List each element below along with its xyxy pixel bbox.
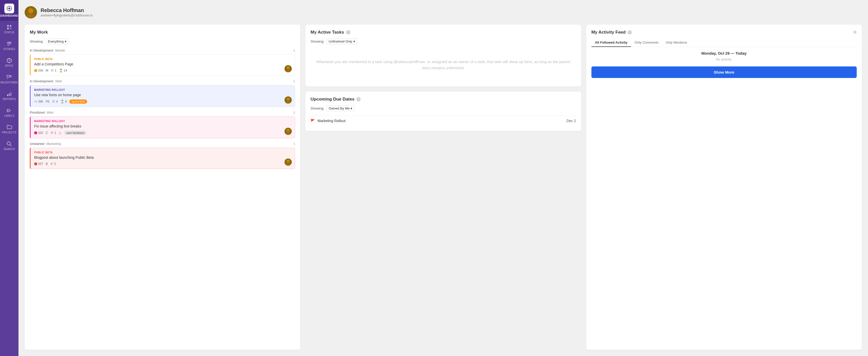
svg-point-18	[8, 110, 8, 111]
sidebar-item-stories[interactable]: Stories	[0, 37, 19, 54]
sidebar-item-milestones[interactable]: Milestones	[0, 71, 19, 87]
upcoming-title-row: Upcoming Due Dates ?	[310, 97, 576, 102]
due-row-1: 🚩 Marketing Rollout Dec 2	[310, 115, 576, 126]
my-work-showing-label: Showing:	[30, 39, 43, 43]
section-header-dev-mobile: In Development Mobile 1	[30, 48, 295, 52]
header-email: andrew+flyingrobots@clubhouse.io	[40, 13, 93, 17]
my-work-filter-dropdown[interactable]: Everything ▾	[45, 38, 68, 44]
tab-all-activity[interactable]: All Followed Activity	[591, 38, 631, 47]
active-tasks-help-icon[interactable]: ?	[346, 30, 350, 34]
task-id-3: 320	[34, 131, 43, 135]
task-stories-2: 4	[52, 100, 58, 103]
task-sprint-2: Sprint 8/20	[69, 100, 87, 104]
upcoming-showing: Showing: Owned By Me ▾	[310, 105, 576, 111]
svg-rect-17	[10, 92, 11, 96]
sidebar-item-search[interactable]: Search	[0, 138, 19, 154]
svg-point-40	[287, 129, 290, 132]
header-name: Rebecca Hoffman	[40, 7, 93, 13]
task-points-2: ⏳ 9	[60, 100, 67, 103]
section-type-3: Web	[46, 111, 54, 114]
active-tasks-title-row: My Active Tasks ?	[310, 30, 576, 35]
section-type-2: Web	[55, 79, 62, 83]
task-card-4[interactable]: PUBLIC BETA Blogpost about launching Pub…	[30, 148, 295, 169]
activity-help-icon[interactable]: ?	[628, 30, 632, 34]
svg-rect-7	[10, 25, 11, 27]
sidebar-item-epics[interactable]: Epics	[0, 54, 19, 71]
stories-icon	[6, 41, 12, 47]
task-id-4: 207	[34, 162, 43, 166]
upcoming-due-card: Upcoming Due Dates ? Showing: Owned By M…	[305, 92, 581, 131]
my-work-card: My Work Showing: Everything ▾ In Develop…	[25, 25, 300, 350]
status-label: Status	[4, 31, 14, 34]
sidebar-dashboard-item[interactable]: Dashboard	[0, 0, 19, 21]
task-label-3: MARKETING ROLLOUT	[34, 120, 291, 122]
sidebar-item-status[interactable]: Status	[0, 21, 19, 37]
task-card-3[interactable]: MARKETING ROLLOUT Fix issue affecting li…	[30, 116, 295, 138]
projects-label: Projects	[2, 131, 17, 134]
active-tasks-empty: Whenever you are mentioned in a task usi…	[310, 48, 576, 81]
task-points-1: ⏳ 14	[59, 69, 67, 72]
task-label-4: PUBLIC BETA	[34, 151, 291, 154]
svg-line-20	[10, 145, 11, 146]
tab-only-comments[interactable]: Only Comments	[631, 38, 662, 47]
svg-rect-8	[7, 28, 9, 29]
section-header-unstarted: Unstarted Marketing 1	[30, 142, 295, 146]
svg-rect-16	[9, 93, 10, 96]
sidebar-item-reports[interactable]: Reports	[0, 87, 19, 104]
section-count-4: 1	[293, 142, 295, 146]
svg-rect-31	[52, 101, 55, 102]
main-content: Rebecca Hoffman andrew+flyingrobots@club…	[19, 0, 868, 356]
due-item-date: Dec 2	[566, 119, 576, 123]
header: Rebecca Hoffman andrew+flyingrobots@club…	[25, 6, 862, 19]
show-more-button[interactable]: Show More	[591, 66, 857, 78]
svg-rect-44	[51, 165, 52, 165]
task-card-1[interactable]: PUBLIC BETA Add a Competitors Page 206 M…	[30, 55, 295, 76]
activity-settings-button[interactable]: ⚙	[853, 30, 857, 35]
task-team-1: M	[46, 69, 48, 72]
header-info: Rebecca Hoffman andrew+flyingrobots@club…	[40, 7, 93, 17]
section-header-prioritized-web: Prioritized Web 1	[30, 111, 295, 114]
upcoming-title: Upcoming Due Dates	[310, 97, 354, 102]
sidebar-item-projects[interactable]: Projects	[0, 121, 19, 138]
section-status-1: In Development	[30, 48, 53, 52]
svg-rect-11	[7, 43, 11, 44]
activity-empty-text: No activity.	[591, 58, 857, 61]
upcoming-help-icon[interactable]: ?	[356, 97, 361, 101]
activity-title: My Activity Feed	[591, 30, 626, 35]
active-tasks-filter-dropdown[interactable]: Unfinished Only ▾	[327, 38, 358, 44]
sidebar-item-labels[interactable]: Labels	[0, 104, 19, 121]
search-label: Search	[4, 148, 14, 150]
svg-rect-15	[7, 95, 8, 96]
active-tasks-showing: Showing: Unfinished Only ▾	[310, 38, 576, 44]
svg-rect-9	[10, 28, 11, 29]
svg-rect-26	[51, 71, 53, 72]
svg-rect-6	[7, 25, 9, 27]
svg-rect-38	[51, 133, 52, 134]
svg-rect-25	[51, 70, 53, 71]
projects-icon	[6, 124, 12, 130]
section-status-3: Prioritized	[30, 111, 45, 114]
task-id-2: 390	[34, 100, 43, 103]
svg-point-46	[287, 159, 290, 163]
active-tasks-title: My Active Tasks	[310, 30, 344, 35]
active-tasks-card: My Active Tasks ? Showing: Unfinished On…	[305, 25, 581, 86]
search-icon	[6, 141, 12, 147]
task-stories-3: 1	[51, 131, 56, 135]
task-meta-3: 320 C 1 ⚠ user feedback	[34, 131, 291, 135]
task-card-2[interactable]: MARKETING ROLLOUT Use new fonts on home …	[30, 85, 295, 107]
svg-rect-13	[7, 75, 10, 77]
task-label-2: MARKETING ROLLOUT	[34, 88, 291, 91]
svg-rect-43	[51, 164, 53, 164]
tab-only-mentions[interactable]: Only Mentions	[662, 38, 691, 47]
gear-icon: ⚙	[853, 30, 857, 34]
section-count-2: 1	[293, 79, 295, 83]
chevron-down-icon-3: ▾	[350, 106, 352, 110]
svg-rect-30	[52, 101, 55, 101]
my-work-title: My Work	[30, 30, 295, 35]
upcoming-filter-dropdown[interactable]: Owned By Me ▾	[327, 105, 355, 111]
dashboard-label: Dashboard	[0, 14, 18, 17]
epics-icon	[6, 58, 12, 63]
activity-date: Monday, Oct 29 — Today	[591, 51, 857, 56]
avatar	[25, 6, 37, 19]
labels-icon	[6, 108, 12, 113]
